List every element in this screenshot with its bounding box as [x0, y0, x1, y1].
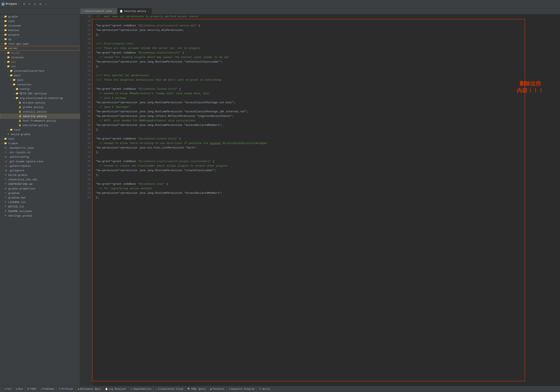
tree-item[interactable]: 📁internalClusterTest — [0, 69, 80, 73]
status-terminal[interactable]: ▣ Terminal — [208, 386, 227, 392]
tree-item[interactable]: >gradlew — [0, 191, 80, 195]
status-todo[interactable]: ☰ TODO — [25, 386, 38, 392]
status-build[interactable]: 🔨 Build — [257, 386, 272, 392]
tree-item[interactable]: Gbuild.gradle — [0, 132, 80, 137]
tree-item-label: intellij.policy — [23, 110, 47, 113]
tree-item-label: gradle.policy — [23, 106, 43, 109]
tree-arrow[interactable] — [4, 65, 7, 68]
tree-arrow[interactable] — [1, 20, 4, 22]
tree-item[interactable]: 🔒test-framework.policy — [0, 119, 80, 123]
status-illuminated-cloud[interactable]: ☁ Illuminated Cloud — [154, 386, 185, 392]
tree-arrow[interactable] — [1, 15, 4, 18]
line-number: 20 — [82, 41, 91, 46]
tree-arrow[interactable] — [4, 56, 7, 59]
tree-item[interactable]: 📁build — [0, 50, 80, 55]
tree-arrow[interactable] — [1, 47, 4, 50]
status-problems[interactable]: ⚠ Problems — [38, 386, 57, 392]
status-log[interactable]: 📋 Log Analyzer — [103, 386, 129, 392]
line-number: 53 — [82, 191, 91, 195]
line-number: 36 — [82, 114, 91, 119]
tree-arrow[interactable] — [1, 142, 4, 145]
status-run[interactable]: ▶ Run — [14, 386, 25, 392]
tree-item[interactable]: 📁org.elasticsearch.bootstrap — [0, 96, 80, 100]
tree-item[interactable]: 📁qa — [0, 37, 80, 41]
tree-item[interactable]: MCONTRIBUTING.md — [0, 182, 80, 186]
tab-security-policy[interactable]: 📄 security.policy ✕ — [117, 8, 152, 14]
tree-item[interactable]: ⚙.editorconfig — [0, 155, 80, 159]
status-dependencies[interactable]: ⬡ Dependencies — [129, 386, 154, 392]
settings-icon[interactable]: ⚙ — [39, 2, 42, 6]
tree-item[interactable]: ⚙gradle.properties — [0, 186, 80, 191]
tree-item[interactable]: 📁test — [0, 137, 80, 141]
tree-item[interactable]: Gbuild.gradle — [0, 173, 80, 177]
tree-item[interactable]: 📁server — [0, 46, 80, 50]
tree-arrow[interactable] — [1, 38, 4, 40]
tree-arrow[interactable] — [10, 79, 12, 81]
tree-arrow[interactable] — [7, 70, 10, 72]
tree-item[interactable]: 🔒gradle.policy — [0, 105, 80, 110]
tree-item[interactable]: .g.gitignore — [0, 168, 80, 173]
filter-icon[interactable]: ⇅ — [33, 2, 36, 6]
tree-item[interactable]: Xcheckstyle_ide.xml — [0, 177, 80, 182]
tree-item[interactable]: 📁META-INF.services — [0, 91, 80, 96]
tree-item[interactable]: Gsettings.gradle — [0, 213, 80, 218]
tree-item[interactable]: 📁config — [0, 87, 80, 91]
tree-item[interactable]: 📁main — [0, 73, 80, 78]
status-git[interactable]: ⎇ Git — [2, 386, 14, 392]
tree-item[interactable]: 📁java — [0, 78, 80, 82]
status-sequence[interactable]: ◇ Sequence Diagram — [227, 386, 257, 392]
tree-item[interactable]: 📁libs — [0, 19, 80, 23]
tree-item[interactable]: 📁plugins — [0, 32, 80, 37]
tree-arrow[interactable] — [12, 97, 15, 99]
tree-item[interactable]: 📁resources — [0, 82, 80, 87]
status-profiler[interactable]: ⏱ Profiler — [57, 386, 76, 392]
tree-item[interactable]: 📁x-pack — [0, 141, 80, 146]
close-icon[interactable]: — — [44, 2, 47, 6]
tree-item[interactable]: 📁src — [0, 64, 80, 69]
tree-item[interactable]: AREADME.asciidoc — [0, 209, 80, 213]
tree-item[interactable]: 📁gradle — [0, 14, 80, 19]
tab-elasticsearch-java[interactable]: J Elasticsearch.java ✕ — [80, 8, 117, 14]
tree-item[interactable]: 🔒intellij.policy — [0, 110, 80, 114]
file-icon: 📁 — [15, 97, 19, 100]
tree-item[interactable]: 📁test — [0, 128, 80, 132]
tree-arrow[interactable] — [12, 88, 15, 90]
tree-item[interactable]: λ.dir-locals.el — [0, 150, 80, 155]
tree-arrow[interactable] — [7, 129, 10, 131]
scope-icon[interactable]: ⊕ — [22, 2, 26, 6]
tab-close-elasticsearch[interactable]: ✕ — [113, 10, 115, 12]
tree-item[interactable]: 📁rest-api-spec — [0, 41, 80, 46]
tree-arrow[interactable] — [4, 61, 7, 63]
tree-arrow[interactable] — [10, 83, 12, 86]
project-dropdown-icon[interactable]: ▾ — [18, 3, 20, 5]
tree-arrow[interactable] — [1, 43, 4, 45]
tree-item[interactable]: ⎇.git-blame-ignore-revs — [0, 159, 80, 164]
tree-item[interactable]: {}.backportrc.json — [0, 146, 80, 150]
tree-item[interactable]: 🔒eclipse.policy — [0, 100, 80, 105]
tree-arrow[interactable] — [12, 92, 15, 95]
tree-item[interactable]: TNOTICE.txt — [0, 204, 80, 209]
tree-item[interactable]: 📁out — [0, 60, 80, 64]
tree-item[interactable]: 📁modules — [0, 28, 80, 32]
status-anon-apex[interactable]: ◆ Anonymous Apex — [76, 386, 103, 392]
tree-item[interactable]: 🔒security.policy — [0, 114, 80, 119]
tab-close-security[interactable]: ✕ — [148, 10, 149, 12]
tree-arrow[interactable] — [1, 24, 4, 27]
tree-item[interactable]: 📁licenses — [0, 23, 80, 28]
status-soql[interactable]: 🔍 SOQL Query — [185, 386, 208, 392]
sidebar[interactable]: 📁gradle📁libs📁licenses📁modules📁plugins📁qa… — [0, 14, 80, 386]
tree-item[interactable]: >gradlew.bat — [0, 195, 80, 200]
code-line: }; — [96, 128, 557, 132]
tree-arrow[interactable] — [4, 52, 7, 54]
tree-arrow[interactable] — [1, 33, 4, 36]
tree-arrow[interactable] — [7, 74, 10, 77]
tree-item[interactable]: 📁licenses — [0, 55, 80, 60]
sort-icon[interactable]: ≡ — [28, 2, 31, 6]
tree-item[interactable]: ⎇.gitattributes — [0, 164, 80, 168]
code-editor[interactable]: 1415161718192021222324252627282930313233… — [80, 14, 560, 386]
tree-item[interactable]: 🔒untrusted.policy — [0, 123, 80, 128]
code-lines[interactable]: /// must nave all permissions to properl… — [92, 14, 560, 386]
tree-arrow[interactable] — [1, 138, 4, 140]
tree-arrow[interactable] — [1, 29, 4, 31]
tree-item[interactable]: TLICENSE.txt — [0, 200, 80, 204]
